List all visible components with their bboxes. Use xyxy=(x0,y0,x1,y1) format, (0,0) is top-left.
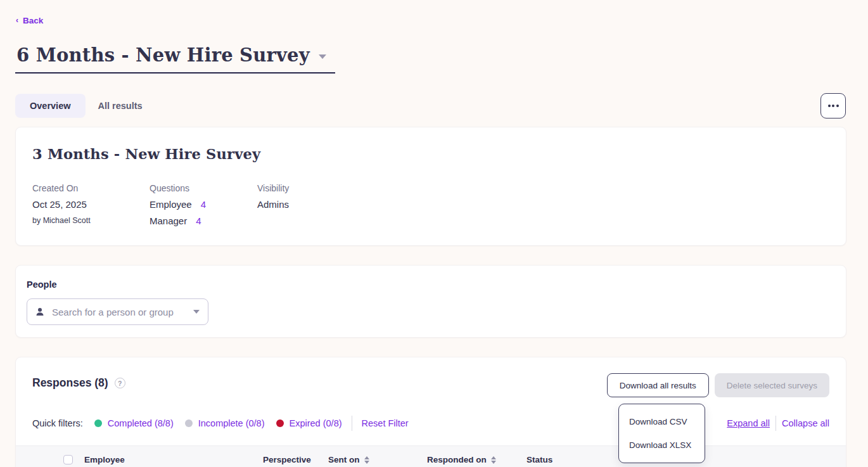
summary-meta-row: Created On Oct 25, 2025 by Michael Scott… xyxy=(32,183,829,226)
collapse-all-link[interactable]: Collapse all xyxy=(782,418,829,428)
quick-filters-row: Quick filters: Completed (8/8) Incomplet… xyxy=(32,416,829,431)
title-wrap: 6 Months - New Hire Survey xyxy=(15,44,868,74)
responses-title: Responses (8) xyxy=(32,376,108,390)
tabs-row: Overview All results xyxy=(15,93,846,118)
quick-filters-label: Quick filters: xyxy=(32,418,83,428)
employee-column-label: Employee xyxy=(84,455,125,464)
completed-dot-icon xyxy=(94,419,102,427)
questions-column: Questions Employee 4 Manager 4 xyxy=(150,183,257,226)
back-chevron-icon: ‹ xyxy=(16,15,18,25)
filters-divider xyxy=(352,416,352,431)
expand-all-link[interactable]: Expand all xyxy=(727,418,770,428)
visibility-value: Admins xyxy=(257,199,289,210)
chevron-down-icon[interactable] xyxy=(193,310,200,314)
filter-expired-label: Expired (0/8) xyxy=(290,418,342,428)
person-icon xyxy=(35,307,44,316)
responses-buttons: Download all results Delete selected sur… xyxy=(607,373,829,397)
questions-employee-name: Employee xyxy=(150,199,192,210)
incomplete-dot-icon xyxy=(185,419,193,427)
created-on-label: Created On xyxy=(32,183,150,193)
people-label: People xyxy=(27,279,835,290)
created-by: by Michael Scott xyxy=(32,216,150,225)
responses-header: Responses (8) ? Download all results Del… xyxy=(32,373,829,397)
column-header-sent-on: Sent on xyxy=(328,455,427,464)
questions-manager-name: Manager xyxy=(150,215,187,226)
sort-icon[interactable] xyxy=(364,456,369,464)
column-header-employee: Employee xyxy=(84,455,263,464)
download-dropdown-menu: Download CSV Download XLSX xyxy=(618,404,705,463)
sort-icon[interactable] xyxy=(491,456,496,464)
back-link[interactable]: ‹ Back xyxy=(16,16,43,25)
perspective-column-label: Perspective xyxy=(263,455,311,464)
visibility-label: Visibility xyxy=(257,183,289,193)
menu-item-download-csv[interactable]: Download CSV xyxy=(619,410,705,433)
questions-manager-count[interactable]: 4 xyxy=(196,215,201,226)
select-all-checkbox[interactable] xyxy=(63,455,73,464)
column-header-responded-on: Responded on xyxy=(427,455,527,464)
responded-on-column-label: Responded on xyxy=(427,455,487,464)
expand-collapse-divider xyxy=(775,416,776,431)
questions-label: Questions xyxy=(150,183,257,193)
questions-manager-row: Manager 4 xyxy=(150,215,257,226)
menu-item-download-xlsx[interactable]: Download XLSX xyxy=(619,433,705,457)
page: ‹ Back 6 Months - New Hire Survey Overvi… xyxy=(0,0,868,467)
people-search-input[interactable] xyxy=(52,307,188,317)
delete-selected-surveys-button: Delete selected surveys xyxy=(715,373,829,397)
summary-card-title: 3 Months - New Hire Survey xyxy=(32,146,829,162)
column-header-perspective: Perspective xyxy=(263,455,328,464)
responses-title-wrap: Responses (8) ? xyxy=(32,376,125,390)
expired-dot-icon xyxy=(276,419,284,427)
chevron-down-icon xyxy=(319,54,326,59)
filter-incomplete[interactable]: Incomplete (0/8) xyxy=(185,418,265,428)
more-options-button[interactable] xyxy=(820,93,846,118)
people-card: People xyxy=(15,265,846,338)
reset-filter-link[interactable]: Reset Filter xyxy=(362,418,409,428)
filter-expired[interactable]: Expired (0/8) xyxy=(276,418,342,428)
sent-on-column-label: Sent on xyxy=(328,455,360,464)
survey-summary-card: 3 Months - New Hire Survey Created On Oc… xyxy=(15,127,846,246)
visibility-column: Visibility Admins xyxy=(257,183,289,226)
tab-overview[interactable]: Overview xyxy=(15,94,86,118)
ellipsis-icon xyxy=(828,105,831,107)
tab-all-results[interactable]: All results xyxy=(98,101,143,111)
created-on-date: Oct 25, 2025 xyxy=(32,199,150,210)
filter-completed[interactable]: Completed (8/8) xyxy=(94,418,174,428)
status-column-label: Status xyxy=(527,455,552,464)
questions-employee-row: Employee 4 xyxy=(150,199,257,210)
page-title: 6 Months - New Hire Survey xyxy=(16,44,310,66)
filter-completed-label: Completed (8/8) xyxy=(108,418,174,428)
people-search-box[interactable] xyxy=(27,298,208,325)
download-all-results-button[interactable]: Download all results xyxy=(607,373,709,397)
expand-collapse-links: Expand all Collapse all xyxy=(727,416,829,431)
back-label: Back xyxy=(23,16,43,25)
questions-employee-count[interactable]: 4 xyxy=(201,199,206,210)
help-icon[interactable]: ? xyxy=(115,378,125,388)
responses-card: Responses (8) ? Download all results Del… xyxy=(15,357,846,467)
filter-incomplete-label: Incomplete (0/8) xyxy=(198,418,265,428)
survey-title-dropdown[interactable]: 6 Months - New Hire Survey xyxy=(15,44,335,74)
created-on-column: Created On Oct 25, 2025 by Michael Scott xyxy=(32,183,150,226)
responses-table-header: Employee Perspective Sent on Responded o… xyxy=(16,445,846,467)
